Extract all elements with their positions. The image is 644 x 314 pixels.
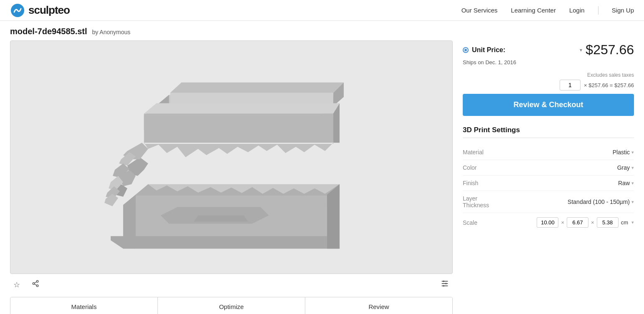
excludes-tax: Excludes sales taxes bbox=[463, 72, 634, 78]
star-icon: ☆ bbox=[13, 281, 20, 289]
print-settings-title: 3D Print Settings bbox=[463, 126, 634, 138]
layer-thickness-label: LayerThickness bbox=[463, 195, 489, 208]
material-value: Plastic bbox=[613, 149, 630, 156]
scale-label: Scale bbox=[463, 219, 477, 226]
scale-row: Scale × × cm ▾ bbox=[463, 213, 634, 232]
nav-learning-center[interactable]: Learning Center bbox=[511, 7, 556, 14]
svg-point-40 bbox=[445, 283, 447, 284]
checkout-button[interactable]: Review & Checkout bbox=[463, 94, 634, 116]
layer-thickness-value-group: Standard (100 - 150µm) ▾ bbox=[568, 198, 634, 205]
scale-y-symbol: × bbox=[591, 219, 594, 226]
svg-line-35 bbox=[34, 282, 36, 283]
author-byline: by Anonymous bbox=[92, 29, 130, 35]
logo-icon bbox=[10, 3, 25, 18]
material-value-group: Plastic ▾ bbox=[613, 149, 634, 156]
unit-price-row: Unit Price: ▾ $257.66 bbox=[463, 42, 634, 58]
quantity-input[interactable] bbox=[560, 80, 581, 90]
svg-point-33 bbox=[36, 285, 38, 287]
scale-unit: cm bbox=[621, 219, 628, 226]
svg-point-31 bbox=[36, 281, 38, 283]
price-dropdown-arrow[interactable]: ▾ bbox=[580, 47, 582, 53]
color-dropdown-arrow[interactable]: ▾ bbox=[631, 165, 634, 171]
nav-login[interactable]: Login bbox=[569, 7, 585, 14]
material-label: Material bbox=[463, 149, 484, 156]
tab-optimize[interactable]: Optimize bbox=[158, 297, 305, 314]
quantity-row: × $257.66 = $257.66 bbox=[463, 80, 634, 90]
scale-z-input[interactable] bbox=[597, 217, 619, 228]
3d-viewer[interactable] bbox=[10, 40, 453, 274]
viewer-left-icons: ☆ bbox=[12, 278, 41, 291]
tab-materials[interactable]: Materials bbox=[10, 297, 158, 314]
nav-divider bbox=[598, 6, 598, 15]
scale-x-input[interactable] bbox=[537, 217, 558, 228]
svg-marker-20 bbox=[111, 236, 340, 249]
color-value: Gray bbox=[617, 164, 630, 171]
viewer-settings-button[interactable] bbox=[439, 277, 451, 292]
main-layout: ☆ Materials bbox=[0, 40, 644, 314]
layer-thickness-value: Standard (100 - 150µm) bbox=[568, 198, 630, 205]
viewer-bottom-bar: ☆ bbox=[10, 274, 453, 295]
logo-text: sculpteo bbox=[28, 4, 70, 17]
share-icon bbox=[32, 281, 39, 289]
svg-point-39 bbox=[443, 281, 444, 282]
svg-point-32 bbox=[33, 283, 35, 285]
tab-review[interactable]: Review bbox=[305, 297, 452, 314]
svg-marker-10 bbox=[144, 103, 340, 113]
bottom-tabs: Materials Optimize Review bbox=[10, 297, 453, 314]
author-name: Anonymous bbox=[99, 29, 130, 35]
model-name: model-7de94585.stl bbox=[10, 27, 87, 36]
ships-on: Ships on Dec. 1, 2016 bbox=[463, 59, 634, 65]
material-row: Material Plastic ▾ bbox=[463, 145, 634, 160]
finish-dropdown-arrow[interactable]: ▾ bbox=[631, 181, 634, 186]
price-value: $257.66 bbox=[586, 42, 634, 58]
3d-model-svg bbox=[10, 41, 452, 274]
nav-sign-up[interactable]: Sign Up bbox=[612, 7, 634, 14]
unit-price-label: Unit Price: bbox=[472, 46, 505, 54]
logo-area: sculpteo bbox=[10, 3, 70, 18]
svg-marker-23 bbox=[327, 184, 340, 249]
unit-price-radio[interactable] bbox=[463, 47, 469, 53]
scale-unit-dropdown[interactable]: ▾ bbox=[631, 220, 634, 225]
sliders-icon bbox=[440, 279, 449, 288]
color-value-group: Gray ▾ bbox=[617, 164, 634, 171]
nav-links: Our Services Learning Center Login Sign … bbox=[461, 6, 634, 15]
svg-marker-9 bbox=[144, 113, 333, 143]
finish-label: Finish bbox=[463, 180, 478, 186]
material-dropdown-arrow[interactable]: ▾ bbox=[631, 150, 634, 155]
svg-marker-22 bbox=[194, 216, 248, 222]
quantity-calc: × $257.66 = $257.66 bbox=[584, 82, 634, 88]
svg-point-41 bbox=[443, 285, 444, 287]
layer-thickness-row: LayerThickness Standard (100 - 150µm) ▾ bbox=[463, 191, 634, 213]
color-row: Color Gray ▾ bbox=[463, 160, 634, 176]
finish-value-group: Raw ▾ bbox=[618, 180, 634, 186]
pricing-panel: Unit Price: ▾ $257.66 Ships on Dec. 1, 2… bbox=[463, 40, 634, 232]
page-title-bar: model-7de94585.stl by Anonymous bbox=[0, 21, 644, 40]
nav-our-services[interactable]: Our Services bbox=[461, 7, 498, 14]
viewer-area: ☆ Materials bbox=[10, 40, 453, 314]
color-label: Color bbox=[463, 164, 477, 171]
svg-line-34 bbox=[34, 284, 36, 285]
finish-value: Raw bbox=[618, 180, 630, 186]
scale-y-input[interactable] bbox=[567, 217, 588, 228]
favorite-button[interactable]: ☆ bbox=[12, 278, 22, 291]
svg-marker-7 bbox=[170, 83, 344, 93]
scale-inputs: × × cm ▾ bbox=[537, 217, 634, 228]
scale-x-symbol: × bbox=[561, 219, 564, 226]
header: sculpteo Our Services Learning Center Lo… bbox=[0, 0, 644, 21]
layer-dropdown-arrow[interactable]: ▾ bbox=[631, 199, 634, 205]
finish-row: Finish Raw ▾ bbox=[463, 176, 634, 191]
share-button[interactable] bbox=[30, 278, 41, 291]
